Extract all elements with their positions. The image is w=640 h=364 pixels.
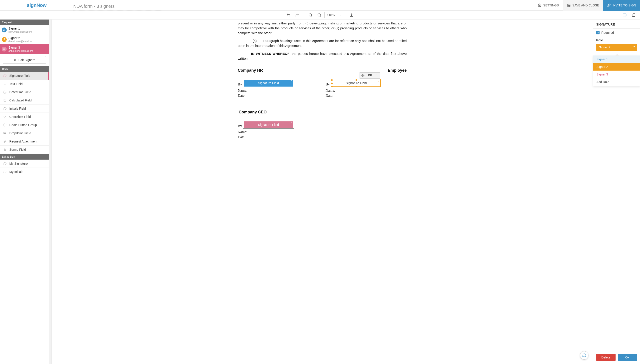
role-dropdown: Signer 1 Signer 2 Signer 3 Add Role <box>593 56 640 86</box>
preview-icon <box>623 13 627 17</box>
tool-label: My Signature <box>9 162 28 165</box>
signature-field-employee-selected[interactable]: Signature Field OK <box>332 80 381 86</box>
tool-signature-field[interactable]: Signature Field <box>0 72 49 80</box>
save-icon <box>567 4 571 7</box>
doc-paragraph: IN WITNESS WHEREOF, the parties hereto h… <box>238 51 407 61</box>
save-and-close-label: SAVE AND CLOSE <box>572 4 599 7</box>
tool-initials-field[interactable]: Initials Field <box>0 104 49 113</box>
doc-paragraph: prevent or in any way limit either party… <box>238 21 407 35</box>
undo-icon <box>286 13 291 17</box>
signature-icon <box>3 74 7 78</box>
person-icon <box>2 46 7 52</box>
preview-button[interactable] <box>621 11 628 19</box>
tool-label: My Initials <box>9 170 23 174</box>
tool-label: Dropdown Field <box>9 132 31 135</box>
required-label: Required <box>601 31 614 34</box>
pages-button[interactable] <box>630 11 637 19</box>
role-option-signer-1[interactable]: Signer 1 <box>593 56 640 63</box>
signer-row-3[interactable]: Signer 3anna.stone@email.em <box>0 44 49 54</box>
tool-label: Stamp Field <box>9 148 26 151</box>
tool-datetime-field[interactable]: Date/Time Field <box>0 88 49 96</box>
zoom-in-button[interactable] <box>316 11 323 19</box>
tool-my-signature[interactable]: My Signature <box>0 160 49 168</box>
tool-label: Text Field <box>9 82 23 86</box>
svg-rect-11 <box>623 14 626 16</box>
invite-to-sign-label: INVITE TO SIGN <box>612 4 636 7</box>
brand-logo: signNow <box>27 2 47 8</box>
right-panel: SIGNATURE Required Role Signer 2 Signer … <box>593 20 640 364</box>
signer-1-email: sam.watts@email.em <box>9 30 32 33</box>
date-label: Date: <box>238 93 319 98</box>
role-option-signer-2[interactable]: Signer 2 <box>593 63 640 70</box>
company-hr-heading: Company HR <box>238 68 319 73</box>
save-and-close-button[interactable]: SAVE AND CLOSE <box>563 0 603 11</box>
required-checkbox-row[interactable]: Required <box>596 31 637 34</box>
signer-row-2[interactable]: Signer 2daniel.lowe@email.em <box>0 35 49 44</box>
svg-line-7 <box>320 16 321 16</box>
download-icon <box>350 13 354 17</box>
invite-to-sign-button[interactable]: INVITE TO SIGN <box>603 0 640 11</box>
svg-rect-22 <box>4 132 6 133</box>
check-icon <box>3 115 7 118</box>
role-option-signer-3[interactable]: Signer 3 <box>593 70 640 78</box>
gear-icon <box>538 4 542 7</box>
zoom-select[interactable]: 110% <box>324 12 342 18</box>
svg-point-16 <box>4 48 5 49</box>
tool-stamp-field[interactable]: Stamp Field <box>0 146 49 154</box>
tool-checkbox-field[interactable]: Checkbox Field <box>0 113 49 121</box>
download-button[interactable] <box>348 11 355 19</box>
attachment-icon <box>3 140 7 143</box>
tool-label: Date/Time Field <box>9 90 31 94</box>
zoom-in-icon <box>317 13 321 17</box>
edit-signers-button[interactable]: Edit Signers <box>3 56 46 64</box>
left-panel-scrollbar[interactable] <box>49 20 52 364</box>
svg-point-0 <box>539 5 540 6</box>
selection-close-button[interactable] <box>374 72 380 78</box>
doc-paragraph: (h)Paragraph headings used in this Agree… <box>238 38 407 48</box>
topbar: signNow NDA form - 3 signers SETTINGS SA… <box>0 0 640 11</box>
role-option-add-role[interactable]: Add Role <box>593 78 640 86</box>
dropdown-icon <box>3 132 7 135</box>
settings-label: SETTINGS <box>543 4 559 7</box>
selection-ok-button[interactable]: OK <box>366 72 374 78</box>
document-title[interactable]: NDA form - 3 signers <box>73 4 162 10</box>
signer-1-name: Signer 1 <box>9 27 32 30</box>
close-icon <box>376 74 378 77</box>
logo-area: signNow <box>0 2 73 8</box>
delete-button[interactable]: Delete <box>596 354 615 361</box>
zoom-out-icon <box>308 13 312 17</box>
ok-button[interactable]: Ok <box>618 354 637 361</box>
role-select[interactable]: Signer 2 <box>596 44 637 51</box>
chat-button[interactable] <box>580 351 588 360</box>
redo-button[interactable] <box>294 11 301 19</box>
undo-button[interactable] <box>285 11 292 19</box>
tool-calculated-field[interactable]: Calculated Field <box>0 96 49 104</box>
zoom-out-button[interactable] <box>307 11 314 19</box>
settings-button[interactable]: SETTINGS <box>534 0 563 11</box>
svg-point-21 <box>4 124 6 126</box>
tool-label: Checkbox Field <box>9 115 31 118</box>
tool-radio-button-group[interactable]: Radio Button Group <box>0 121 49 129</box>
svg-point-14 <box>4 29 5 30</box>
tool-text-field[interactable]: Text Field <box>0 80 49 88</box>
date-label: Date: <box>326 93 407 98</box>
tool-dropdown-field[interactable]: Dropdown Field <box>0 129 49 138</box>
move-handle[interactable] <box>360 72 366 78</box>
svg-point-12 <box>625 15 626 16</box>
signer-2-name: Signer 2 <box>9 36 33 40</box>
check-icon <box>597 32 599 34</box>
tool-request-attachment[interactable]: Request Attachment <box>0 138 49 146</box>
sig-field-label: Signature Field <box>346 81 367 85</box>
person-icon <box>2 28 7 32</box>
text-icon <box>3 82 7 86</box>
signer-row-1[interactable]: Signer 1sam.watts@email.em <box>0 25 49 35</box>
document-canvas[interactable]: prevent or in any way limit either party… <box>52 20 593 364</box>
tool-my-initials[interactable]: My Initials <box>0 168 49 176</box>
signature-field-ceo[interactable]: Signature Field <box>244 122 293 128</box>
tool-label: Signature Field <box>9 74 30 78</box>
required-checkbox[interactable] <box>596 31 599 34</box>
company-ceo-heading: Company CEO <box>239 109 407 115</box>
pages-icon <box>631 13 635 17</box>
signature-field-hr[interactable]: Signature Field <box>244 80 293 86</box>
by-label: By <box>238 82 242 87</box>
